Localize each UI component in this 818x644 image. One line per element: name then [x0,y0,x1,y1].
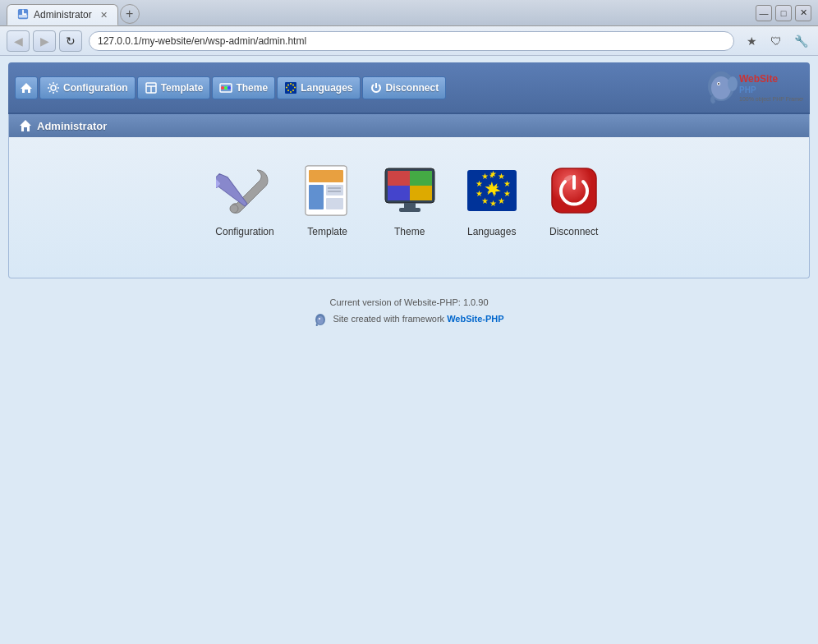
svg-rect-40 [410,171,432,186]
disconnect-label: Disconnect [549,226,598,237]
footer: Current version of Website-PHP: 1.0.90 S… [0,287,818,336]
theme-icon [381,162,439,219]
admin-panel: Administrator [8,114,810,278]
svg-text:100% object PHP Framework: 100% object PHP Framework [739,96,803,103]
svg-point-14 [292,90,294,91]
svg-rect-34 [326,198,343,209]
websitephp-link[interactable]: WebSite-PHP [447,314,503,324]
nav-theme-label: Theme [236,82,268,94]
url-text: 127.0.0.1/my-website/en/wsp-admin/admin.… [98,35,710,47]
title-bar: Administrator ✕ + — □ ✕ [0,0,818,26]
active-tab[interactable]: Administrator ✕ [7,4,118,25]
configuration-icon-item[interactable]: Configuration [215,162,273,237]
configuration-icon [216,162,273,219]
maximize-button[interactable]: □ [775,5,792,21]
template-icon-item[interactable]: Template [299,162,356,237]
svg-text:★: ★ [489,169,497,178]
shield-button[interactable]: 🛡 [765,30,787,52]
panel-title: Administrator [37,120,107,132]
shield-icon: 🛡 [770,34,782,48]
framework-text: Site created with framework WebSite-PHP [8,311,810,328]
nav-configuration-label: Configuration [63,82,128,94]
svg-rect-44 [399,208,420,212]
menu-button[interactable]: 🔧 [790,30,811,52]
refresh-button[interactable]: ↻ [59,30,82,52]
address-bar[interactable]: 127.0.0.1/my-website/en/wsp-admin/admin.… [89,31,734,51]
template-icon [299,162,356,219]
title-bar-controls: — □ ✕ [756,5,811,21]
page-content: Configuration Template [0,56,818,644]
forward-button[interactable]: ▶ [33,30,56,52]
languages-icon: ★ ★ ★ ★ ★ ★ ★ ★ [463,162,521,219]
nav-theme[interactable]: Theme [212,76,275,99]
websitephp-logo: WebSite PHP 100% object PHP Framework [705,66,803,107]
svg-point-9 [227,86,231,90]
disconnect-nav-icon [370,81,383,94]
svg-point-63 [319,318,320,320]
minimize-button[interactable]: — [756,5,772,21]
tab-title: Administrator [34,9,92,21]
version-text: Current version of Website-PHP: 1.0.90 [8,295,810,311]
theme-icon-item[interactable]: Theme [381,162,439,237]
languages-icon-item[interactable]: ★ ★ ★ ★ ★ ★ ★ ★ [463,162,521,237]
svg-point-23 [728,76,738,91]
nav-template[interactable]: Template [137,76,211,99]
home-nav-button[interactable] [15,76,38,99]
admin-panel-header: Administrator [9,114,809,137]
nav-disconnect[interactable]: Disconnect [362,76,447,99]
refresh-icon: ↻ [66,34,76,48]
svg-point-27 [230,205,238,213]
svg-point-22 [718,83,719,85]
browser-window: Administrator ✕ + — □ ✕ ◀ ▶ ↻ 127.0.0.1/… [0,0,818,644]
configuration-icon-wrapper [216,162,273,219]
tab-bar: Administrator ✕ + [7,0,140,25]
svg-point-7 [221,86,224,90]
forward-icon: ▶ [40,34,49,48]
back-button[interactable]: ◀ [7,30,30,52]
new-tab-button[interactable]: + [120,4,140,24]
logo: WebSite PHP 100% object PHP Framework [705,66,803,109]
svg-rect-33 [326,185,343,196]
svg-point-16 [287,90,289,91]
svg-point-17 [286,86,287,88]
admin-navbar: Configuration Template [8,62,810,114]
bookmark-star-button[interactable]: ★ [741,30,762,52]
languages-nav-icon [284,81,297,94]
svg-text:★: ★ [503,179,511,188]
disconnect-icon-wrapper [545,162,603,219]
svg-rect-1 [19,14,28,17]
theme-label: Theme [394,226,425,237]
site-created-text: Site created with framework [314,314,447,324]
svg-point-18 [287,84,289,85]
nav-disconnect-label: Disconnect [386,82,439,94]
svg-point-15 [290,91,292,93]
wrench-icon: 🔧 [794,34,808,48]
configuration-label: Configuration [215,226,273,237]
svg-point-11 [290,83,292,85]
svg-point-2 [51,85,56,90]
svg-rect-31 [309,170,343,182]
configuration-nav-icon [47,81,60,94]
svg-text:★: ★ [498,196,505,205]
template-icon-wrapper [299,162,356,219]
languages-label: Languages [467,226,516,237]
svg-point-13 [294,86,296,88]
svg-text:★: ★ [481,172,489,181]
template-label: Template [307,226,347,237]
nav-configuration[interactable]: Configuration [39,76,136,99]
svg-rect-39 [388,171,410,186]
nav-languages[interactable]: Languages [277,76,360,99]
tab-close-button[interactable]: ✕ [100,10,108,21]
svg-point-8 [224,86,227,90]
svg-point-62 [317,316,324,324]
nav-languages-label: Languages [301,82,352,94]
languages-icon-wrapper: ★ ★ ★ ★ ★ ★ ★ ★ [463,162,521,219]
theme-nav-icon [219,81,232,94]
admin-icons-grid: Configuration [9,137,809,262]
close-button[interactable]: ✕ [795,5,811,21]
bookmark-icon: ★ [747,34,757,48]
footer-elephant-icon [314,313,327,326]
tab-favicon [17,8,29,22]
disconnect-icon [545,162,603,219]
disconnect-icon-item[interactable]: Disconnect [545,162,603,237]
